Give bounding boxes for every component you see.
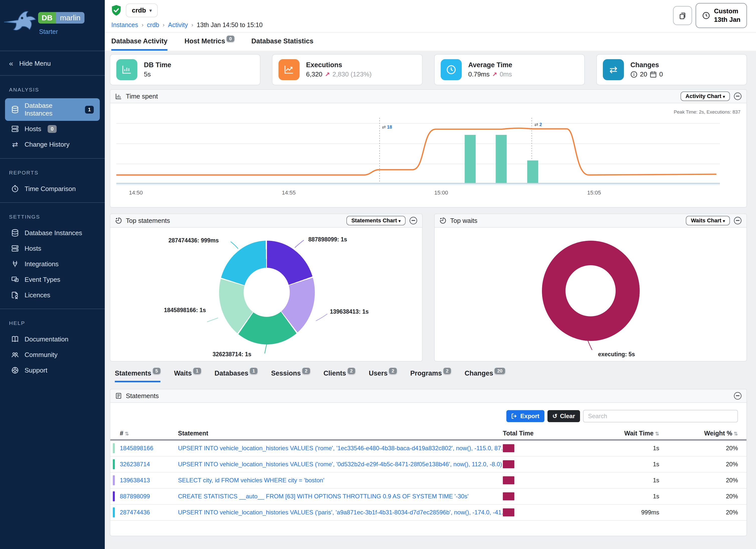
statement-sql-link[interactable]: UPSERT INTO vehicle_location_histories V…: [178, 445, 503, 452]
card-delta: 0ms: [500, 70, 512, 78]
swap-arrows-icon: ⇄: [11, 140, 19, 149]
wait-time-value: 999ms: [563, 509, 659, 516]
nav-section-settings: SETTINGS Database Instances Hosts Integr…: [0, 203, 105, 309]
collapse-panel-icon[interactable]: [734, 392, 741, 400]
statement-id-link[interactable]: 287474436: [120, 509, 178, 516]
statements-donut-chart[interactable]: 287474436: 999ms 887898099: 1s 139638413…: [110, 228, 422, 361]
table-row[interactable]: 326238714 UPSERT INTO vehicle_location_h…: [110, 456, 746, 473]
statement-id-link[interactable]: 139638413: [120, 477, 178, 484]
server-icon: [11, 125, 19, 133]
table-row[interactable]: 1845898166 UPSERT INTO vehicle_location_…: [110, 440, 746, 456]
hide-menu-button[interactable]: « Hide Menu: [0, 51, 105, 76]
breadcrumb-activity[interactable]: Activity: [168, 21, 188, 29]
x-tick: 15:00: [434, 190, 448, 196]
tab-label: Waits: [174, 370, 192, 377]
time-range-mode: Custom: [714, 7, 738, 15]
table-row[interactable]: 287474436 UPSERT INTO vehicle_location_h…: [110, 505, 746, 521]
sidebar-item-label: Time Comparison: [25, 185, 76, 193]
tab-programs[interactable]: Programs2: [410, 370, 451, 382]
statement-id-link[interactable]: 326238714: [120, 461, 178, 468]
statement-sql-link[interactable]: CREATE STATISTICS __auto__ FROM [63] WIT…: [178, 493, 503, 500]
statement-sql-link[interactable]: UPSERT INTO vehicle_location_histories V…: [178, 509, 503, 516]
breadcrumb-crdb[interactable]: crdb: [147, 21, 159, 29]
tab-host-metrics[interactable]: Host Metrics0: [184, 37, 234, 51]
sidebar-item-label: Hosts: [25, 125, 41, 133]
sidebar-item-community[interactable]: Community: [5, 347, 100, 362]
change-marker[interactable]: ⇄ 18: [382, 124, 392, 130]
col-id[interactable]: #⇅: [120, 430, 178, 437]
sidebar-item-change-history[interactable]: ⇄ Change History: [5, 137, 100, 152]
database-icon: [11, 106, 19, 114]
search-input[interactable]: [583, 410, 738, 422]
tab-changes[interactable]: Changes20: [464, 370, 505, 382]
instance-selector-button[interactable]: crdb ▾: [126, 4, 158, 17]
sidebar-item-support[interactable]: Support: [5, 363, 100, 378]
breadcrumb-instances[interactable]: Instances: [111, 21, 138, 29]
table-row[interactable]: 139638413 SELECT city, id FROM vehicles …: [110, 473, 746, 489]
sidebar-item-event-types[interactable]: Event Types: [5, 272, 100, 287]
collapse-panel-icon[interactable]: [410, 217, 417, 224]
sort-icon: ⇅: [125, 431, 129, 436]
tab-users[interactable]: Users2: [369, 370, 397, 382]
tab-sessions[interactable]: Sessions2: [271, 370, 310, 382]
col-wait-time[interactable]: Wait Time⇅: [563, 430, 659, 437]
statements-donut[interactable]: [219, 241, 315, 344]
wait-time-value: 1s: [563, 445, 659, 452]
statement-id-link[interactable]: 887898099: [120, 493, 178, 500]
waits-chart-selector[interactable]: Waits Chart ▾: [686, 216, 730, 225]
caret-down-icon: ▾: [399, 219, 401, 223]
collapse-panel-icon[interactable]: [734, 93, 741, 100]
time-spent-chart[interactable]: Peak Time: 2s, Executions: 837: [110, 103, 746, 207]
tab-statements[interactable]: Statements5: [115, 370, 160, 382]
statement-id-link[interactable]: 1845898166: [120, 445, 178, 452]
copy-link-button[interactable]: [673, 6, 692, 25]
tab-database-statistics[interactable]: Database Statistics: [251, 37, 314, 51]
breadcrumb-separator: ›: [142, 22, 143, 28]
statements-chart-selector[interactable]: Statements Chart ▾: [346, 216, 406, 225]
brand-marlin: marlin: [56, 12, 84, 24]
clear-button[interactable]: ↺ Clear: [547, 410, 580, 422]
changes-count: 20: [640, 70, 647, 78]
sidebar-item-settings-hosts[interactable]: Hosts: [5, 241, 100, 256]
sidebar-item-hosts[interactable]: Hosts 0: [5, 121, 100, 136]
sidebar-item-database-instances[interactable]: Database Instances 1: [5, 98, 100, 121]
time-range-button[interactable]: Custom13th Jan: [696, 3, 747, 28]
logo-block[interactable]: DBmarlin Starter: [0, 0, 105, 51]
clock-icon: [702, 12, 710, 20]
statement-sql-link[interactable]: UPSERT INTO vehicle_location_histories V…: [178, 461, 503, 468]
col-statement[interactable]: Statement: [178, 430, 503, 437]
sidebar-item-licences[interactable]: Licences: [5, 288, 100, 303]
tab-badge: 1: [193, 368, 201, 374]
card-delta: 2,830 (123%): [332, 70, 371, 78]
waits-donut-chart[interactable]: executing: 5s: [435, 228, 746, 361]
plug-icon: [11, 260, 19, 268]
book-icon: [11, 335, 19, 343]
x-tick: 14:50: [129, 190, 143, 196]
sidebar: DBmarlin Starter « Hide Menu ANALYSIS Da…: [0, 0, 105, 549]
col-weight[interactable]: Weight %⇅: [659, 430, 738, 437]
statement-sql-link[interactable]: SELECT city, id FROM vehicles WHERE city…: [178, 477, 503, 484]
breadcrumb-separator: ›: [192, 22, 193, 28]
collapse-panel-icon[interactable]: [734, 217, 741, 224]
tab-databases[interactable]: Databases1: [215, 370, 258, 382]
sidebar-item-documentation[interactable]: Documentation: [5, 332, 100, 347]
sidebar-item-integrations[interactable]: Integrations: [5, 256, 100, 271]
section-title: REPORTS: [0, 166, 105, 181]
lifebuoy-icon: [11, 366, 19, 374]
export-button[interactable]: Export: [506, 410, 544, 422]
top-header: crdb ▾ Instances › crdb › Activity › 13t…: [105, 0, 756, 33]
sidebar-item-settings-database-instances[interactable]: Database Instances: [5, 225, 100, 240]
section-title: HELP: [0, 316, 105, 331]
activity-chart-selector[interactable]: Activity Chart ▾: [681, 91, 730, 101]
waits-donut[interactable]: [542, 241, 640, 341]
table-row[interactable]: 887898099 CREATE STATISTICS __auto__ FRO…: [110, 489, 746, 505]
col-total-time[interactable]: Total Time: [503, 430, 563, 437]
sidebar-item-time-comparison[interactable]: Time Comparison: [5, 181, 100, 196]
statements-table-header: Statements: [110, 389, 746, 403]
tab-waits[interactable]: Waits1: [174, 370, 201, 382]
metric-cards: DB Time 5s Executions 6,320↗2,830 (123%)…: [110, 54, 747, 85]
tab-database-activity[interactable]: Database Activity: [111, 37, 167, 51]
tab-clients[interactable]: Clients2: [324, 370, 355, 382]
change-marker[interactable]: ⇄ 2: [534, 122, 542, 127]
row-color-bar: [113, 491, 115, 501]
